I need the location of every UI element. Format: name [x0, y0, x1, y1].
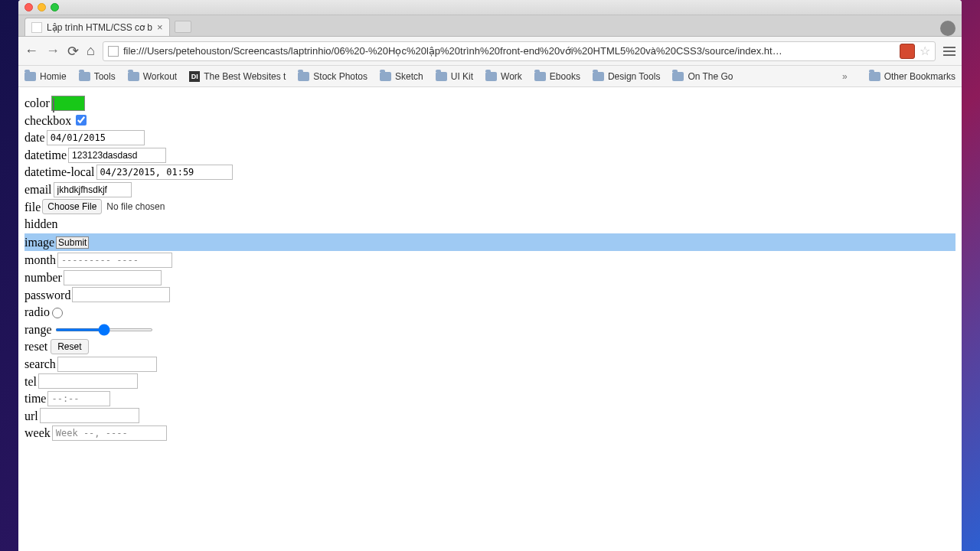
radio-label: radio: [24, 304, 50, 321]
site-icon: DI: [189, 71, 200, 82]
folder-icon: [869, 72, 880, 81]
folder-icon: [534, 72, 546, 81]
image-row-highlight: image Submit: [24, 233, 956, 252]
date-input[interactable]: [47, 130, 145, 145]
reset-button[interactable]: Reset: [51, 339, 88, 354]
date-label: date: [24, 129, 45, 146]
bookmark-tools[interactable]: Tools: [79, 71, 116, 82]
color-swatch-icon: [53, 98, 54, 112]
bookmark-workout[interactable]: Workout: [128, 71, 177, 82]
bookmark-stock-photos[interactable]: Stock Photos: [298, 71, 368, 82]
forward-button: →: [46, 43, 60, 59]
browser-toolbar: ← → ⟳ ⌂ file:///Users/petehouston/Screen…: [18, 37, 962, 66]
folder-icon: [593, 72, 604, 81]
url-label: url: [24, 408, 38, 425]
bookmark-best-websites[interactable]: DIThe Best Websites t: [189, 71, 286, 82]
address-bar[interactable]: file:///Users/petehouston/Screencasts/la…: [103, 41, 936, 61]
tab-title: Lập trình HTML/CSS cơ b: [47, 22, 152, 33]
email-input[interactable]: [54, 182, 132, 197]
tel-input[interactable]: [38, 373, 138, 389]
profile-icon[interactable]: [940, 21, 956, 36]
image-label: image: [24, 234, 54, 251]
new-tab-button[interactable]: [175, 21, 191, 33]
bookmark-on-the-go[interactable]: On The Go: [672, 71, 733, 82]
range-label: range: [24, 321, 52, 338]
url-text: file:///Users/petehouston/Screencasts/la…: [123, 45, 895, 57]
other-bookmarks[interactable]: Other Bookmarks: [869, 71, 956, 82]
window-titlebar: [18, 0, 962, 15]
browser-tab[interactable]: Lập trình HTML/CSS cơ b ×: [24, 18, 170, 36]
radio-input[interactable]: [52, 308, 63, 318]
folder-icon: [298, 72, 309, 81]
week-label: week: [24, 425, 51, 442]
bookmark-homie[interactable]: Homie: [24, 71, 67, 82]
month-input[interactable]: [57, 253, 172, 268]
page-content: color checkbox date datetime datetime-lo…: [18, 87, 962, 450]
close-window-icon[interactable]: [24, 3, 33, 11]
datetime-input[interactable]: [68, 148, 166, 163]
bookmark-star-icon[interactable]: ☆: [920, 44, 930, 58]
page-icon: [108, 46, 119, 57]
bookmark-sketch[interactable]: Sketch: [380, 71, 423, 82]
back-button[interactable]: ←: [24, 43, 38, 59]
datetime-local-input[interactable]: [96, 165, 233, 180]
folder-icon: [380, 72, 391, 81]
minimize-window-icon[interactable]: [38, 3, 46, 11]
bookmarks-overflow[interactable]: »: [842, 71, 848, 82]
checkbox-label: checkbox: [24, 112, 71, 129]
number-label: number: [24, 269, 62, 286]
tab-strip: Lập trình HTML/CSS cơ b ×: [18, 15, 962, 37]
folder-icon: [24, 72, 36, 81]
folder-icon: [485, 72, 497, 81]
checkbox-input[interactable]: [76, 115, 87, 126]
tab-close-icon[interactable]: ×: [157, 21, 163, 33]
reload-button[interactable]: ⟳: [67, 43, 79, 60]
bookmark-ui-kit[interactable]: UI Kit: [436, 71, 473, 82]
bookmark-ebooks[interactable]: Ebooks: [534, 71, 580, 82]
tel-label: tel: [24, 373, 37, 390]
maximize-window-icon[interactable]: [51, 3, 59, 11]
datetime-local-label: datetime-local: [24, 164, 95, 181]
hidden-label: hidden: [24, 216, 58, 233]
bookmark-design-tools[interactable]: Design Tools: [593, 71, 660, 82]
number-input[interactable]: [64, 270, 162, 285]
color-input[interactable]: [51, 96, 85, 111]
search-label: search: [24, 356, 56, 373]
folder-icon: [672, 72, 684, 81]
url-input[interactable]: [40, 408, 139, 423]
folder-icon: [128, 72, 139, 81]
file-choose-button[interactable]: Choose File: [42, 199, 102, 214]
datetime-label: datetime: [24, 147, 67, 164]
time-label: time: [24, 390, 46, 407]
month-label: month: [24, 252, 56, 269]
home-button[interactable]: ⌂: [87, 43, 95, 59]
image-submit-button[interactable]: Submit: [56, 236, 89, 249]
tab-favicon-icon: [31, 22, 42, 33]
browser-window: Lập trình HTML/CSS cơ b × ← → ⟳ ⌂ file:/…: [18, 0, 962, 551]
bookmark-work[interactable]: Work: [485, 71, 522, 82]
week-input[interactable]: [52, 425, 167, 441]
search-input[interactable]: [57, 357, 157, 372]
range-input[interactable]: [55, 328, 153, 331]
password-label: password: [24, 287, 70, 304]
email-label: email: [24, 181, 52, 198]
reset-label: reset: [24, 338, 47, 355]
file-status: No file chosen: [106, 201, 165, 213]
bookmarks-bar: Homie Tools Workout DIThe Best Websites …: [18, 66, 962, 87]
color-label: color: [24, 95, 50, 112]
menu-button[interactable]: [943, 47, 956, 56]
extension-icon[interactable]: [900, 44, 915, 59]
time-input[interactable]: [47, 391, 110, 406]
password-input[interactable]: [72, 287, 170, 302]
folder-icon: [436, 72, 447, 81]
file-label: file: [24, 199, 41, 216]
folder-icon: [79, 72, 90, 81]
